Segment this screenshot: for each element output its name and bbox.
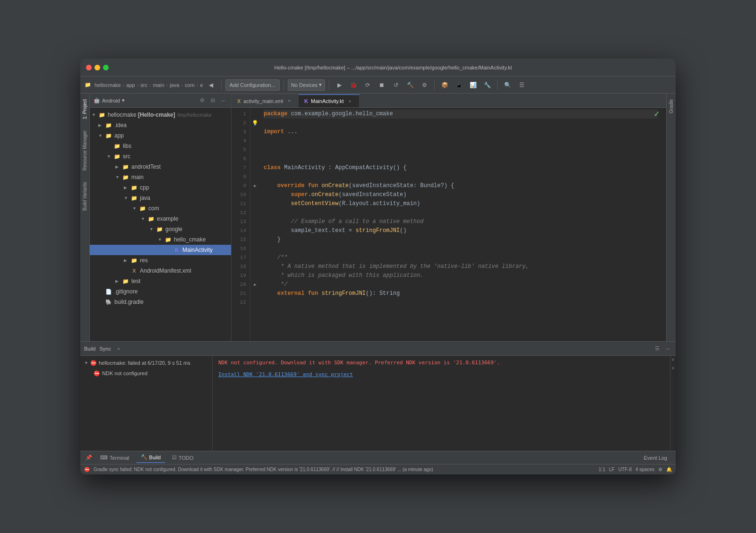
search-icon[interactable]: 🔍	[501, 79, 514, 91]
tree-label: hello_cmake	[174, 236, 206, 243]
gradle-icon[interactable]: ⚙	[418, 79, 430, 91]
settings-icon[interactable]: ☰	[515, 79, 528, 91]
tree-item-main[interactable]: ▼ 📁 main	[90, 172, 231, 182]
tab-close-xml[interactable]: ×	[286, 98, 292, 104]
bottom-panel: Build Sync × ☰ ─ ▼ ⛔ hellocmake: failed …	[80, 341, 676, 464]
close-button[interactable]	[86, 65, 92, 70]
tree-item-src[interactable]: ▼ 📁 src	[90, 151, 231, 162]
folder-icon: 📁	[113, 153, 121, 160]
panel-gear-icon[interactable]: ⚙	[198, 96, 206, 105]
todo-label: TODO	[179, 455, 194, 461]
minimize-button[interactable]	[94, 65, 100, 70]
build-icon[interactable]: 🔨	[404, 79, 416, 91]
sidebar-item-gradle[interactable]: Gradle	[667, 94, 676, 119]
add-configuration-button[interactable]: Add Configuration...	[225, 79, 280, 91]
folder-icon: 📁	[84, 81, 92, 89]
ndk-error-message: NDK not configured. Download it with SDK…	[218, 360, 500, 366]
sync-icon[interactable]: ↺	[390, 79, 402, 91]
tab-todo[interactable]: ☑ TODO	[167, 453, 198, 463]
indent[interactable]: 4 spaces	[636, 467, 654, 472]
panel-header: 🤖 Android ▾ ⚙ ⊟ ─	[90, 94, 231, 108]
close-sync-tab[interactable]: ×	[115, 345, 122, 352]
filter-icon[interactable]: ☰	[653, 344, 662, 353]
notifications-icon[interactable]: 🔔	[666, 467, 672, 472]
no-devices-button[interactable]: No Devices ▾	[288, 79, 325, 91]
code-line-15: }	[264, 235, 658, 244]
scroll-up-icon[interactable]: ≡	[670, 357, 676, 362]
favorites-pin-icon[interactable]: 📌	[85, 454, 93, 462]
check-mark-icon: ✓	[653, 110, 660, 119]
profile-icon[interactable]: 📊	[467, 79, 479, 91]
panel-minimize-icon[interactable]: ─	[219, 96, 227, 105]
sidebar-item-resource[interactable]: Resource Manager	[80, 125, 89, 176]
tab-bar: X activity_main.xml × K MainActivity.kt …	[232, 94, 666, 108]
run-with-coverage-icon[interactable]: ⟳	[361, 79, 374, 91]
right-side-tabs: Gradle	[666, 94, 676, 341]
tree-item-com[interactable]: ▼ 📁 com	[90, 203, 231, 214]
folder-icon: 📁	[164, 236, 172, 243]
cursor-position[interactable]: 1:1	[599, 467, 605, 472]
build-panel-actions-right: ≡ ≡	[670, 356, 676, 451]
separator	[221, 80, 222, 90]
tree-item-buildgradle[interactable]: 🐘 build.gradle	[90, 297, 231, 307]
back-nav-icon[interactable]: ◀	[205, 79, 217, 91]
xml-file-icon: X	[130, 267, 138, 275]
tree-item-hello-cmake[interactable]: ▼ 📁 hello_cmake	[90, 234, 231, 245]
encoding[interactable]: UTF-8	[619, 467, 632, 472]
build-output[interactable]: NDK not configured. Download it with SDK…	[213, 356, 670, 451]
stop-icon[interactable]: ⏹	[376, 79, 388, 91]
tree-item-gitignore[interactable]: 📄 .gitignore	[90, 286, 231, 297]
tab-build[interactable]: 🔨 Build	[136, 453, 165, 463]
tree-item-cpp[interactable]: ▶ 📁 cpp	[90, 182, 231, 193]
install-ndk-link[interactable]: Install NDK '21.0.6113669' and sync proj…	[218, 371, 353, 378]
chevron-down-icon: ▾	[319, 82, 322, 88]
settings-status-icon[interactable]: ⚙	[658, 467, 662, 472]
tree-item-androidtest[interactable]: ▶ 📁 androidTest	[90, 162, 231, 172]
bottom-panel-minimize-icon[interactable]: ─	[663, 344, 672, 353]
code-line-14: sample_text.text = stringFromJNI()	[264, 226, 658, 235]
build-error-main[interactable]: ▼ ⛔ hellocmake: failed at 6/17/20, 9 s 5…	[80, 358, 212, 368]
tree-label: test	[131, 278, 140, 284]
tree-item-mainactivity[interactable]: K MainActivity	[90, 245, 231, 255]
bottom-content: ▼ ⛔ hellocmake: failed at 6/17/20, 9 s 5…	[80, 356, 676, 451]
tree-item-test[interactable]: ▶ 📁 test	[90, 276, 231, 286]
xml-tab-icon: X	[237, 98, 241, 104]
run-icon[interactable]: ▶	[333, 79, 345, 91]
panel-collapse-icon[interactable]: ⊟	[208, 96, 217, 105]
code-line-10: super.onCreate(savedInstanceState)	[264, 190, 658, 199]
tree-item-example[interactable]: ▼ 📁 example	[90, 214, 231, 224]
build-ndk-error[interactable]: ⛔ NDK not configured	[80, 368, 212, 378]
tree-label: build.gradle	[114, 299, 144, 305]
tools-icon[interactable]: 🔧	[481, 79, 493, 91]
tab-mainactivity-kt[interactable]: K MainActivity.kt ×	[299, 94, 359, 107]
code-content[interactable]: package com.example.google.hello_cmake i…	[260, 108, 662, 341]
maximize-button[interactable]	[103, 65, 109, 70]
event-log-tab[interactable]: Event Log	[639, 453, 672, 463]
tree-item-java[interactable]: ▼ 📁 java	[90, 193, 231, 203]
tab-terminal[interactable]: ⌨ Terminal	[95, 453, 134, 463]
tab-close-kt[interactable]: ×	[347, 98, 353, 104]
tree-label: com	[148, 205, 159, 212]
tree-item-idea[interactable]: ▶ 📁 .idea	[90, 120, 231, 130]
expand-arrow: ▼	[132, 206, 139, 211]
debug-icon[interactable]: 🐞	[347, 79, 360, 91]
tree-item-root[interactable]: ▼ 📁 hellocmake [Hello-cmake] /tmp/helloc…	[90, 110, 231, 120]
folder-icon: 📁	[139, 205, 146, 212]
sidebar-item-build-variants[interactable]: Build Variants	[80, 176, 89, 216]
tab-activity-main-xml[interactable]: X activity_main.xml ×	[232, 94, 299, 107]
sidebar-item-project[interactable]: 1: Project	[80, 94, 89, 125]
tree-item-res[interactable]: ▶ 📁 res	[90, 255, 231, 266]
bottom-panel-actions: ☰ ─	[653, 344, 672, 353]
terminal-icon: ⌨	[100, 455, 108, 461]
line-ending[interactable]: LF	[609, 467, 615, 472]
sdk-manager-icon[interactable]: 📦	[438, 79, 451, 91]
avd-manager-icon[interactable]: 📱	[453, 79, 465, 91]
code-editor[interactable]: 1 2 3 4 5 6 7 8 9 10 11 12 13 14	[232, 108, 662, 341]
tree-item-libs[interactable]: 📁 libs	[90, 141, 231, 151]
tree-item-manifest[interactable]: X AndroidManifest.xml	[90, 266, 231, 276]
tree-label: res	[140, 257, 148, 264]
vertical-scrollbar[interactable]	[662, 108, 666, 341]
tree-item-google[interactable]: ▼ 📁 google	[90, 224, 231, 234]
scroll-down-icon[interactable]: ≡	[670, 365, 676, 371]
tree-item-app[interactable]: ▼ 📁 app	[90, 130, 231, 141]
